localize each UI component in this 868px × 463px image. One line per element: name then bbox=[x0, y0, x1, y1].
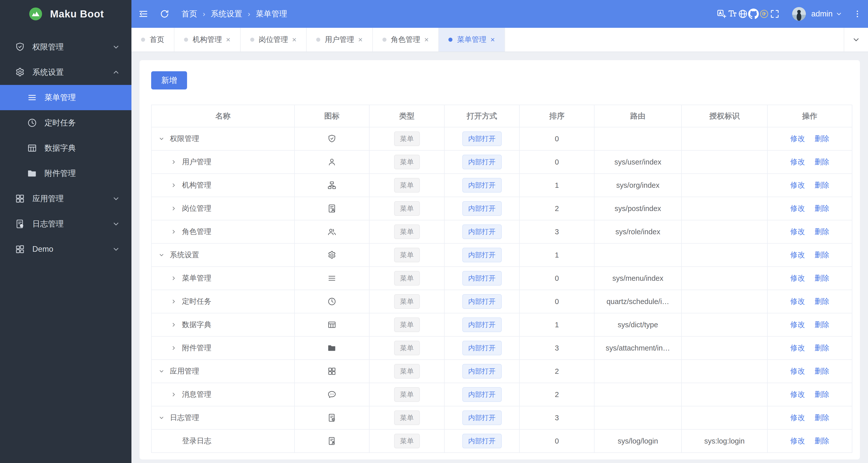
actions-cell: 修改删除 bbox=[768, 220, 852, 243]
delete-link[interactable]: 删除 bbox=[815, 320, 829, 330]
route-cell: sys/post/index bbox=[594, 197, 682, 220]
chevron-right-icon[interactable] bbox=[170, 228, 182, 236]
edit-link[interactable]: 修改 bbox=[790, 204, 805, 214]
tab-岗位管理[interactable]: 岗位管理× bbox=[241, 28, 307, 52]
delete-link[interactable]: 删除 bbox=[815, 204, 829, 214]
add-button[interactable]: 新增 bbox=[151, 71, 187, 90]
delete-link[interactable]: 删除 bbox=[815, 413, 829, 423]
delete-link[interactable]: 删除 bbox=[815, 297, 829, 307]
user-menu[interactable]: admin bbox=[791, 6, 843, 22]
delete-link[interactable]: 删除 bbox=[815, 180, 829, 190]
auth-cell bbox=[682, 244, 768, 266]
column-header: 路由 bbox=[594, 105, 682, 127]
github-icon[interactable] bbox=[748, 9, 759, 19]
column-header: 授权标识 bbox=[682, 105, 768, 127]
type-tag: 菜单 bbox=[394, 155, 420, 169]
edit-link[interactable]: 修改 bbox=[790, 343, 805, 353]
chevron-right-icon[interactable] bbox=[170, 158, 182, 166]
delete-link[interactable]: 删除 bbox=[815, 227, 829, 237]
edit-link[interactable]: 修改 bbox=[790, 297, 805, 307]
tab-close-icon[interactable]: × bbox=[424, 36, 429, 43]
sidebar-item-label: 应用管理 bbox=[32, 193, 112, 204]
grid-icon bbox=[15, 193, 25, 204]
table-row: 系统设置菜单内部打开1修改删除 bbox=[152, 244, 852, 267]
tab-list-dropdown[interactable] bbox=[844, 28, 868, 52]
chevron-right-icon[interactable] bbox=[170, 298, 182, 305]
tab-首页[interactable]: 首页 bbox=[131, 28, 175, 52]
chevron-right-icon[interactable] bbox=[170, 181, 182, 189]
sidebar-item-permission[interactable]: 权限管理 bbox=[0, 34, 131, 60]
sort-cell: 0 bbox=[520, 127, 594, 150]
delete-link[interactable]: 删除 bbox=[815, 157, 829, 167]
edit-link[interactable]: 修改 bbox=[790, 320, 805, 330]
delete-link[interactable]: 删除 bbox=[815, 366, 829, 376]
edit-link[interactable]: 修改 bbox=[790, 366, 805, 376]
edit-link[interactable]: 修改 bbox=[790, 390, 805, 400]
sidebar-item-demo[interactable]: Demo bbox=[0, 237, 131, 262]
tab-close-icon[interactable]: × bbox=[358, 36, 363, 43]
sidebar-item-system[interactable]: 系统设置 bbox=[0, 60, 131, 85]
actions-cell: 修改删除 bbox=[768, 127, 852, 150]
avatar[interactable] bbox=[791, 6, 807, 22]
sidebar-item-menu[interactable]: 菜单管理 bbox=[0, 85, 131, 110]
sidebar-item-app[interactable]: 应用管理 bbox=[0, 186, 131, 211]
menu-icon-cell bbox=[295, 151, 370, 173]
delete-link[interactable]: 删除 bbox=[815, 343, 829, 353]
chat-icon bbox=[327, 390, 337, 399]
tab-close-icon[interactable]: × bbox=[490, 36, 495, 43]
delete-link[interactable]: 删除 bbox=[815, 436, 829, 446]
users-icon bbox=[327, 227, 337, 237]
edit-link[interactable]: 修改 bbox=[790, 227, 805, 237]
menu-icon-cell bbox=[295, 360, 370, 383]
dict-table-icon bbox=[327, 320, 337, 330]
sidebar-item-log[interactable]: 日志管理 bbox=[0, 211, 131, 237]
gitee-icon[interactable] bbox=[759, 9, 769, 19]
chevron-right-icon[interactable] bbox=[170, 344, 182, 352]
edit-link[interactable]: 修改 bbox=[790, 250, 805, 260]
open-mode-cell: 内部打开 bbox=[445, 406, 520, 429]
tab-close-icon[interactable]: × bbox=[292, 36, 297, 43]
breadcrumb-item[interactable]: 首页 bbox=[182, 9, 197, 19]
edit-link[interactable]: 修改 bbox=[790, 180, 805, 190]
tab-角色管理[interactable]: 角色管理× bbox=[373, 28, 439, 52]
delete-link[interactable]: 删除 bbox=[815, 273, 829, 283]
sidebar-item-schedule[interactable]: 定时任务 bbox=[0, 110, 131, 135]
edit-link[interactable]: 修改 bbox=[790, 436, 805, 446]
globe-icon[interactable] bbox=[738, 9, 748, 19]
open-mode-tag: 内部打开 bbox=[462, 201, 502, 216]
tab-close-icon[interactable]: × bbox=[226, 36, 230, 43]
chevron-down-icon[interactable] bbox=[158, 135, 170, 143]
table-header-row: 名称图标类型打开方式排序路由授权标识操作 bbox=[152, 105, 852, 127]
chevron-right-icon[interactable] bbox=[170, 391, 182, 398]
tab-菜单管理[interactable]: 菜单管理× bbox=[439, 28, 505, 52]
chevron-down-icon[interactable] bbox=[158, 251, 170, 259]
shield-check-icon bbox=[15, 42, 25, 52]
type-tag: 菜单 bbox=[394, 341, 420, 355]
edit-link[interactable]: 修改 bbox=[790, 413, 805, 423]
font-size-icon[interactable] bbox=[727, 9, 738, 19]
sidebar-item-dict[interactable]: 数据字典 bbox=[0, 135, 131, 161]
fullscreen-icon[interactable] bbox=[769, 9, 780, 19]
chevron-right-icon[interactable] bbox=[170, 321, 182, 329]
chevron-down-icon[interactable] bbox=[158, 367, 170, 375]
delete-link[interactable]: 删除 bbox=[815, 134, 829, 144]
translate-icon[interactable] bbox=[716, 9, 727, 19]
sidebar-item-attachment[interactable]: 附件管理 bbox=[0, 161, 131, 186]
tab-用户管理[interactable]: 用户管理× bbox=[307, 28, 373, 52]
delete-link[interactable]: 删除 bbox=[815, 390, 829, 400]
chevron-right-icon[interactable] bbox=[170, 274, 182, 282]
topbar-actions: admin bbox=[716, 6, 862, 22]
chevron-right-icon[interactable] bbox=[170, 205, 182, 212]
tab-机构管理[interactable]: 机构管理× bbox=[175, 28, 241, 52]
edit-link[interactable]: 修改 bbox=[790, 273, 805, 283]
open-mode-tag: 内部打开 bbox=[462, 294, 502, 309]
breadcrumb-item[interactable]: 系统设置 bbox=[211, 9, 242, 19]
more-menu-icon[interactable] bbox=[853, 9, 862, 19]
edit-link[interactable]: 修改 bbox=[790, 134, 805, 144]
delete-link[interactable]: 删除 bbox=[815, 250, 829, 260]
folder-icon bbox=[327, 343, 337, 353]
chevron-down-icon[interactable] bbox=[158, 414, 170, 422]
edit-link[interactable]: 修改 bbox=[790, 157, 805, 167]
collapse-sidebar-icon[interactable] bbox=[138, 9, 149, 19]
refresh-icon[interactable] bbox=[159, 9, 170, 19]
